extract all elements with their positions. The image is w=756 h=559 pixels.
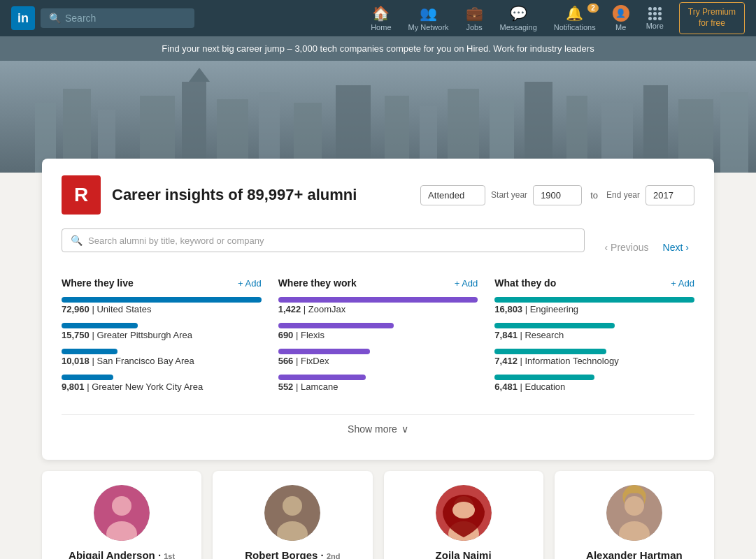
where-work-heading: Where they work + Add xyxy=(278,277,478,289)
nav-messaging-label: Messaging xyxy=(500,23,537,31)
where-live-heading: Where they live + Add xyxy=(62,277,262,289)
list-item: 7,412 | Information Technology xyxy=(494,349,694,366)
list-item: 1,422 | ZoomJax xyxy=(278,297,478,314)
grid-icon xyxy=(648,7,662,20)
where-they-live-column: Where they live + Add 72,960 | United St… xyxy=(62,277,262,400)
label: Greater Pittsburgh Area xyxy=(97,330,192,340)
label: Greater New York City Area xyxy=(92,382,203,392)
svg-rect-21 xyxy=(720,92,748,173)
notification-badge: 2 xyxy=(587,3,599,13)
profile-name-3: Alexander Hartman xyxy=(566,549,703,559)
label: FixDex xyxy=(301,356,329,366)
search-icon: 🔍 xyxy=(49,13,61,24)
list-item: 10,018 | San Francisco Bay Area xyxy=(62,349,262,366)
count: 552 xyxy=(278,382,294,392)
nav-more[interactable]: More xyxy=(639,3,671,34)
banner-text: Find your next big career jump – 3,000 t… xyxy=(162,43,594,54)
count: 7,841 xyxy=(494,330,518,340)
count: 6,481 xyxy=(494,382,518,392)
svg-point-31 xyxy=(452,502,475,518)
label: Information Technology xyxy=(525,356,618,366)
label: United States xyxy=(97,304,151,314)
promo-banner: Find your next big career jump – 3,000 t… xyxy=(0,36,756,61)
show-more-button[interactable]: Show more ∨ xyxy=(62,414,694,443)
profile-name-1: Robert Borges · 2nd xyxy=(224,549,361,559)
label: ZoomJax xyxy=(308,304,345,314)
profile-name-2: Zoila Najmi xyxy=(395,549,532,559)
card-title: Career insights of 89,997+ alumni xyxy=(112,186,420,204)
chevron-left-icon: ‹ xyxy=(604,242,608,253)
school-logo: R xyxy=(62,175,101,215)
what-they-do-column: What they do + Add 16,803 | Engineering … xyxy=(494,277,694,400)
chevron-right-icon: › xyxy=(685,242,689,253)
list-item: 552 | Lamcane xyxy=(278,375,478,392)
end-year-label: End year xyxy=(606,190,640,200)
avatar-1 xyxy=(264,485,320,541)
list-item: 7,841 | Research xyxy=(494,323,694,340)
avatar-3 xyxy=(606,485,662,541)
label: Flexis xyxy=(301,330,324,340)
hero-image xyxy=(0,61,756,173)
nav-network-label: My Network xyxy=(408,23,449,31)
to-label: to xyxy=(590,190,598,201)
messaging-icon: 💬 xyxy=(510,5,527,22)
where-work-add[interactable]: + Add xyxy=(455,278,478,289)
label: Research xyxy=(525,330,564,340)
list-item: 690 | Flexis xyxy=(278,323,478,340)
list-item: 566 | FixDex xyxy=(278,349,478,366)
previous-label: Previous xyxy=(611,242,648,253)
nav-jobs[interactable]: 💼 Jobs xyxy=(459,1,490,36)
list-item: 6,481 | Education xyxy=(494,375,694,392)
count: 15,750 xyxy=(62,330,90,340)
previous-button[interactable]: ‹ Previous xyxy=(599,239,654,256)
list-item: 72,960 | United States xyxy=(62,297,262,314)
list-item: 15,750 | Greater Pittsburgh Area xyxy=(62,323,262,340)
nav-arrows: ‹ Previous Next › xyxy=(599,239,694,256)
profiles-grid: Abigail Anderson · 1st Associate Product… xyxy=(42,471,714,559)
list-item: 9,801 | Greater New York City Area xyxy=(62,375,262,392)
count: 690 xyxy=(278,330,294,340)
svg-point-26 xyxy=(283,496,302,516)
alumni-search-bar[interactable]: 🔍 xyxy=(62,228,585,252)
where-they-work-column: Where they work + Add 1,422 | ZoomJax 69… xyxy=(278,277,478,400)
avatar-2 xyxy=(436,485,492,541)
label: Lamcane xyxy=(301,382,338,392)
label: San Francisco Bay Area xyxy=(97,356,194,366)
alumni-insights-card: R Career insights of 89,997+ alumni Atte… xyxy=(42,159,714,460)
svg-point-23 xyxy=(112,496,131,516)
nav-me[interactable]: 👤 Me xyxy=(606,1,636,36)
count: 7,412 xyxy=(494,356,518,366)
count: 566 xyxy=(278,356,294,366)
svg-point-33 xyxy=(625,496,644,516)
premium-button[interactable]: Try Premiumfor free xyxy=(679,2,745,34)
linkedin-logo[interactable]: in xyxy=(11,6,35,30)
show-more-label: Show more xyxy=(348,423,397,435)
attended-filter[interactable]: Attended xyxy=(420,185,485,205)
start-year-label: Start year xyxy=(491,190,527,200)
nav-notifications[interactable]: 🔔 2 Notifications xyxy=(547,1,603,36)
search-input[interactable] xyxy=(65,13,177,24)
filter-row: Attended Start year to End year xyxy=(420,185,694,205)
count: 16,803 xyxy=(494,304,522,314)
insights-grid: Where they live + Add 72,960 | United St… xyxy=(62,277,694,400)
profile-card-0: Abigail Anderson · 1st Associate Product… xyxy=(42,471,201,559)
search-bar[interactable]: 🔍 xyxy=(41,8,194,28)
count: 1,422 xyxy=(278,304,301,314)
what-do-add[interactable]: + Add xyxy=(671,278,694,289)
card-header: R Career insights of 89,997+ alumni Atte… xyxy=(62,175,694,215)
count: 10,018 xyxy=(62,356,90,366)
nav-messaging[interactable]: 💬 Messaging xyxy=(493,1,544,36)
end-year-input[interactable] xyxy=(646,185,694,205)
home-icon: 🏠 xyxy=(372,5,390,22)
alumni-search-input[interactable] xyxy=(88,235,576,246)
nav-network[interactable]: 👥 My Network xyxy=(401,1,456,36)
search-row: 🔍 ‹ Previous Next › xyxy=(62,228,694,266)
profile-card-2: Zoila Najmi Content Marketing at xyzCo. … xyxy=(384,471,543,559)
label: Engineering xyxy=(530,304,578,314)
where-live-add[interactable]: + Add xyxy=(238,278,262,289)
avatar-0 xyxy=(94,485,150,541)
nav-home[interactable]: 🏠 Home xyxy=(364,1,398,36)
start-year-input[interactable] xyxy=(533,185,582,205)
next-button[interactable]: Next › xyxy=(657,239,694,256)
profile-card-1: Robert Borges · 2nd Associite Product Ma… xyxy=(213,471,372,559)
